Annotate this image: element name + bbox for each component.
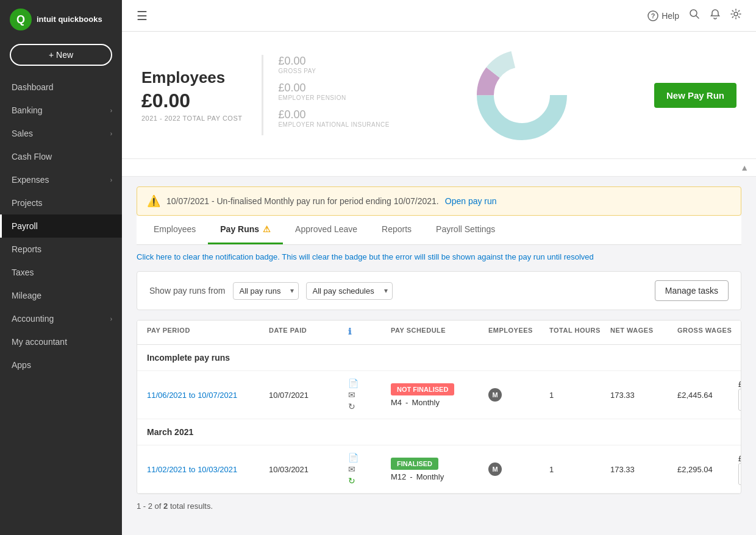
sidebar-item-label: Payroll — [12, 221, 38, 231]
sidebar-item-label: Reports — [12, 244, 41, 254]
sidebar-item-payroll[interactable]: Payroll — [0, 214, 122, 238]
info-icon[interactable]: ℹ — [348, 327, 352, 336]
th-total-hours: TOTAL HOURS — [549, 327, 610, 338]
hamburger-menu-icon[interactable]: ☰ — [137, 9, 148, 23]
manage-tasks-button[interactable]: Manage tasks — [655, 280, 729, 301]
svg-point-6 — [734, 12, 738, 16]
pay-period-link[interactable]: 11/02/2021 to 10/03/2021 — [147, 465, 237, 474]
help-label: Help — [661, 11, 679, 21]
table-row: 11/02/2021 to 10/03/2021 10/03/2021 📄 ✉ … — [137, 445, 741, 494]
search-icon[interactable] — [689, 9, 700, 23]
sidebar-item-expenses[interactable]: Expenses › — [0, 168, 122, 191]
sidebar-item-cashflow[interactable]: Cash Flow — [0, 145, 122, 168]
pay-slips-button[interactable]: PAY SLIPS — [738, 389, 741, 411]
cell-total-hours: 173.33 — [610, 391, 677, 400]
sidebar-item-projects[interactable]: Projects — [0, 191, 122, 214]
filters-label: Show pay runs from — [149, 286, 226, 296]
page-title: Employees — [141, 68, 242, 87]
tab-payroll-settings[interactable]: Payroll Settings — [424, 216, 507, 244]
refresh-highlight-icon[interactable]: ↻ — [348, 476, 391, 486]
pay-runs-table: PAY PERIOD DATE PAID ℹ PAY SCHEDULE EMPL… — [137, 320, 741, 494]
notification-bell-icon[interactable] — [710, 9, 721, 23]
sidebar-item-apps[interactable]: Apps — [0, 353, 122, 377]
sidebar-item-mileage[interactable]: Mileage — [0, 284, 122, 307]
row-icon-group: 📄 ✉ ↻ — [348, 378, 391, 411]
cell-schedule-badge: M — [488, 462, 549, 476]
tab-employees[interactable]: Employees — [141, 216, 208, 244]
sidebar: Q intuit quickbooks + New Dashboard Bank… — [0, 0, 122, 535]
cell-gross-wages: £2,650.00 PAY SLIPS — [738, 380, 741, 411]
header-left: Employees £0.00 2021 - 2022 TOTAL PAY CO… — [141, 68, 242, 122]
alert-banner: ⚠️ 10/07/2021 - Un-finalised Monthly pay… — [137, 186, 741, 216]
sidebar-item-sales[interactable]: Sales › — [0, 122, 122, 145]
pay-runs-filter[interactable]: All pay runs — [233, 282, 299, 300]
tab-warning-icon: ⚠ — [263, 224, 271, 234]
pay-runs-filter-wrapper: All pay runs — [233, 282, 299, 300]
cell-date-paid: 10/03/2021 — [269, 465, 348, 474]
sidebar-item-label: Accounting — [12, 314, 54, 324]
section-march-2021: March 2021 — [137, 419, 741, 445]
th-employees: EMPLOYEES — [488, 327, 549, 338]
tab-reports[interactable]: Reports — [369, 216, 424, 244]
cell-schedule-badge: M — [488, 388, 549, 402]
new-pay-run-button[interactable]: New Pay Run — [654, 83, 736, 108]
pay-slips-button[interactable]: PAY SLIPS — [738, 463, 741, 485]
cell-net-wages: £2,295.04 — [677, 465, 738, 474]
sidebar-item-accounting[interactable]: Accounting › — [0, 307, 122, 330]
document-icon[interactable]: 📄 — [348, 453, 391, 462]
open-pay-run-link[interactable]: Open pay run — [445, 196, 497, 206]
schedule-letter-badge: M — [488, 462, 502, 476]
status-badge: FINALISED — [391, 458, 438, 470]
svg-point-10 — [495, 68, 549, 122]
cell-employees: 1 — [549, 465, 610, 474]
schedule-name: Monthly — [416, 472, 444, 481]
sidebar-item-label: Taxes — [12, 268, 34, 277]
svg-text:Q: Q — [16, 13, 25, 26]
table-header: PAY PERIOD DATE PAID ℹ PAY SCHEDULE EMPL… — [137, 321, 741, 345]
envelope-icon[interactable]: ✉ — [348, 390, 391, 400]
tab-pay-runs[interactable]: Pay Runs ⚠ — [208, 216, 283, 244]
employer-ni-label: EMPLOYER NATIONAL INSURANCE — [278, 121, 389, 128]
sidebar-header: Q intuit quickbooks — [0, 0, 122, 39]
sidebar-item-label: Expenses — [12, 175, 49, 185]
pay-schedules-filter[interactable]: All pay schedules — [306, 282, 393, 300]
employer-pension-label: EMPLOYER PENSION — [278, 94, 389, 101]
document-icon[interactable]: 📄 — [348, 378, 391, 388]
donut-chart — [409, 46, 635, 144]
schedule-code: M4 — [391, 398, 402, 407]
svg-text:?: ? — [651, 12, 655, 19]
chevron-right-icon: › — [110, 130, 112, 137]
sidebar-item-my-accountant[interactable]: My accountant — [0, 330, 122, 353]
cell-date-paid: 10/07/2021 — [269, 391, 348, 400]
svg-point-4 — [690, 10, 697, 16]
sidebar-item-dashboard[interactable]: Dashboard — [0, 76, 122, 99]
cell-gross-wages: £2,500.00 PAY SLIPS — [738, 454, 741, 485]
pay-period-link[interactable]: 11/06/2021 to 10/07/2021 — [147, 391, 237, 400]
envelope-icon[interactable]: ✉ — [348, 464, 391, 474]
section-incomplete: Incomplete pay runs — [137, 345, 741, 371]
schedule-sep: - — [410, 472, 412, 481]
refresh-icon[interactable]: ↻ — [348, 402, 391, 411]
settings-gear-icon[interactable] — [730, 9, 741, 23]
table-row: 11/06/2021 to 10/07/2021 10/07/2021 📄 ✉ … — [137, 371, 741, 419]
filters-bar: Show pay runs from All pay runs All pay … — [137, 271, 741, 310]
help-button[interactable]: ? Help — [647, 10, 679, 21]
new-button[interactable]: + New — [10, 44, 112, 66]
sidebar-item-taxes[interactable]: Taxes — [0, 261, 122, 284]
schedule-sep: - — [405, 398, 408, 407]
sidebar-item-label: My accountant — [12, 337, 67, 347]
sidebar-item-label: Projects — [12, 198, 43, 208]
th-pay-schedule: PAY SCHEDULE — [391, 327, 488, 338]
cell-status-schedule: NOT FINALISED M4 - Monthly — [391, 383, 488, 407]
collapse-icon[interactable]: ▲ — [740, 163, 749, 172]
sidebar-item-banking[interactable]: Banking › — [0, 99, 122, 122]
cell-icons: 📄 ✉ ↻ — [348, 378, 391, 411]
header-card: Employees £0.00 2021 - 2022 TOTAL PAY CO… — [122, 32, 756, 159]
tab-approved-leave[interactable]: Approved Leave — [283, 216, 369, 244]
clear-notification-link[interactable]: Click here to clear the notification bad… — [137, 252, 741, 261]
employer-pension-stat: £0.00 EMPLOYER PENSION — [278, 82, 389, 101]
content-area: ⚠️ 10/07/2021 - Un-finalised Monthly pay… — [122, 177, 756, 525]
schedule-name: Monthly — [412, 398, 440, 407]
th-info: ℹ — [348, 327, 391, 338]
sidebar-item-reports[interactable]: Reports — [0, 238, 122, 261]
